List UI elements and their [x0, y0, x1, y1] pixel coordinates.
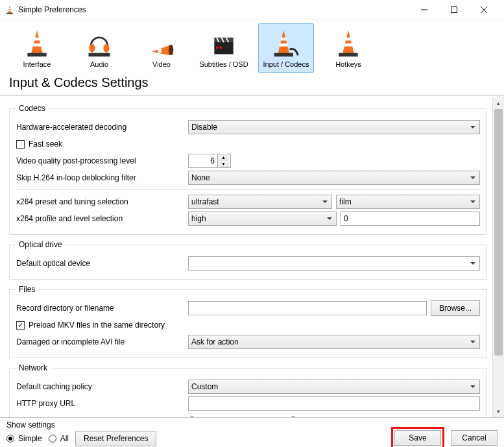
hw-decoding-label: Hardware-accelerated decoding: [16, 123, 188, 132]
settings-scroll-area: Codecs Hardware-accelerated decoding Dis…: [0, 97, 492, 417]
vertical-scrollbar[interactable]: ▴ ▾: [492, 97, 504, 417]
svg-rect-32: [339, 53, 357, 57]
scroll-thumb[interactable]: [494, 109, 503, 356]
category-tabs: Interface Audio Video Subtitles / OSD In…: [0, 19, 504, 73]
vq-value[interactable]: [189, 154, 217, 167]
x264-profile-label: x264 profile and level selection: [16, 214, 188, 223]
http-proxy-input[interactable]: [188, 396, 480, 411]
preload-mkv-label: Preload MKV files in the same directory: [29, 320, 165, 330]
http-proxy-label: HTTP proxy URL: [16, 399, 188, 408]
svg-point-17: [169, 45, 173, 55]
vq-spinner[interactable]: ▲▼: [188, 154, 231, 168]
checkbox-icon: [16, 140, 25, 149]
app-icon: [5, 5, 14, 15]
tab-video[interactable]: Video: [134, 23, 189, 73]
scroll-down-icon[interactable]: ▾: [493, 405, 504, 417]
spin-up-icon[interactable]: ▲: [218, 154, 229, 161]
svg-point-12: [89, 44, 95, 53]
svg-rect-30: [345, 38, 351, 41]
x264-tuning-select[interactable]: film: [336, 195, 480, 209]
network-group: Network Default caching policy Custom HT…: [9, 363, 487, 417]
save-button[interactable]: Save: [394, 430, 441, 446]
group-legend: Network: [16, 363, 50, 372]
cone-fallen-icon: [147, 27, 176, 59]
show-settings-label: Show settings: [6, 420, 156, 429]
svg-point-13: [103, 44, 109, 53]
codecs-group: Codecs Hardware-accelerated decoding Dis…: [9, 104, 487, 235]
show-settings-simple-radio[interactable]: Simple: [6, 434, 42, 443]
radio-icon: [49, 435, 56, 442]
svg-marker-0: [8, 5, 11, 13]
page-title: Input & Codecs Settings: [0, 73, 504, 96]
svg-rect-27: [280, 43, 288, 47]
files-group: Files Record directory or filename Brows…: [9, 285, 487, 358]
svg-rect-5: [451, 6, 457, 12]
window-controls: [409, 0, 499, 19]
radio-icon: [6, 435, 14, 442]
tab-interface[interactable]: Interface: [9, 23, 65, 73]
x264-profile-select[interactable]: high: [188, 211, 337, 226]
group-legend: Codecs: [16, 104, 48, 113]
svg-point-24: [220, 47, 222, 49]
clapperboard-icon: [210, 27, 238, 59]
svg-marker-25: [278, 30, 289, 54]
tab-input-codecs[interactable]: Input / Codecs: [258, 23, 314, 73]
record-dir-input[interactable]: [188, 301, 427, 315]
svg-marker-15: [152, 45, 171, 55]
tab-label: Hotkeys: [335, 60, 361, 68]
optical-device-select[interactable]: [188, 256, 480, 271]
hw-decoding-select[interactable]: Disable: [188, 120, 480, 134]
save-highlight: Save: [391, 427, 444, 447]
svg-rect-1: [8, 8, 10, 9]
browse-button[interactable]: Browse...: [431, 300, 480, 316]
spin-down-icon[interactable]: ▼: [218, 161, 229, 167]
scroll-up-icon[interactable]: ▴: [493, 97, 504, 109]
vq-label: Video quality post-processing level: [16, 156, 188, 165]
tab-subtitles[interactable]: Subtitles / OSD: [196, 23, 252, 73]
svg-rect-31: [344, 43, 353, 47]
svg-rect-11: [27, 53, 46, 57]
svg-marker-8: [31, 30, 43, 54]
svg-rect-14: [89, 53, 110, 57]
cancel-button[interactable]: Cancel: [451, 430, 498, 446]
cone-cable-icon: [272, 27, 300, 59]
tab-hotkeys[interactable]: Hotkeys: [320, 23, 376, 73]
fast-seek-label: Fast seek: [29, 139, 62, 149]
fast-seek-checkbox[interactable]: Fast seek: [16, 139, 62, 149]
group-legend: Files: [16, 285, 38, 294]
cone-icon: [23, 27, 51, 59]
svg-rect-10: [33, 43, 42, 47]
tab-audio[interactable]: Audio: [71, 23, 127, 73]
optical-device-label: Default optical device: [16, 259, 188, 268]
close-button[interactable]: [469, 0, 499, 19]
checkbox-icon: [16, 321, 25, 330]
svg-rect-9: [34, 38, 40, 41]
caching-select[interactable]: Custom: [188, 380, 480, 394]
record-dir-label: Record directory or filename: [16, 304, 188, 313]
reset-preferences-button[interactable]: Reset Preferences: [75, 431, 156, 446]
minimize-button[interactable]: [409, 0, 439, 19]
svg-rect-26: [281, 38, 287, 41]
x264-level-input[interactable]: [341, 211, 480, 226]
simple-label: Simple: [18, 434, 42, 443]
damaged-avi-select[interactable]: Ask for action: [188, 335, 480, 349]
titlebar: Simple Preferences: [0, 0, 504, 19]
x264-preset-label: x264 preset and tuning selection: [16, 197, 188, 206]
optical-drive-group: Optical drive Default optical device: [9, 240, 487, 280]
tab-label: Input / Codecs: [263, 60, 309, 68]
skip-h264-select[interactable]: None: [188, 171, 480, 185]
svg-rect-2: [8, 10, 12, 11]
all-label: All: [60, 434, 69, 443]
tab-label: Subtitles / OSD: [199, 60, 248, 68]
svg-marker-29: [342, 30, 354, 54]
damaged-avi-label: Damaged or incomplete AVI file: [16, 337, 188, 346]
caching-label: Default caching policy: [16, 382, 188, 391]
x264-preset-select[interactable]: ultrafast: [188, 195, 332, 209]
preload-mkv-checkbox[interactable]: Preload MKV files in the same directory: [16, 320, 165, 330]
maximize-button[interactable]: [439, 0, 469, 19]
skip-h264-label: Skip H.264 in-loop deblocking filter: [16, 173, 188, 182]
headphones-icon: [85, 27, 114, 59]
tab-label: Audio: [90, 60, 108, 68]
svg-rect-3: [6, 12, 12, 14]
show-settings-all-radio[interactable]: All: [49, 434, 69, 443]
